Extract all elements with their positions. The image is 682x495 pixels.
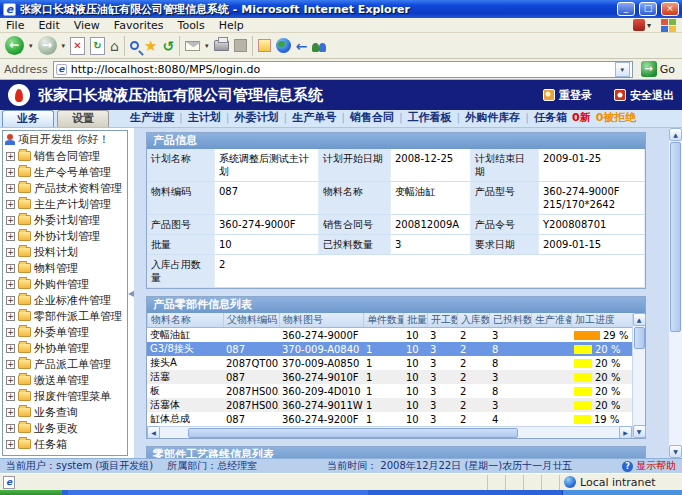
scroll-down-icon[interactable]: ▼ [669, 445, 682, 458]
address-input[interactable]: e http://localhost:8080/MPS/login.do ▾ [53, 61, 633, 78]
home-button[interactable]: ⌂ [110, 37, 119, 55]
expand-plus-icon[interactable]: + [6, 440, 15, 449]
expand-plus-icon[interactable]: + [6, 376, 15, 385]
mail-dropdown-icon[interactable]: ▾ [205, 42, 209, 50]
parts-row[interactable]: 板 2087HS002 360-209-4D010 1 10 3 2 8 [147, 384, 632, 398]
expand-plus-icon[interactable]: + [6, 168, 15, 177]
contacts-icon[interactable] [312, 40, 326, 52]
expand-plus-icon[interactable]: + [6, 248, 15, 257]
expand-plus-icon[interactable]: + [6, 360, 15, 369]
expand-plus-icon[interactable]: + [6, 296, 15, 305]
sidebar-tree-item[interactable]: + 销售合同管理 [3, 148, 127, 164]
scroll-down-icon[interactable]: ▼ [633, 425, 646, 438]
expand-plus-icon[interactable]: + [6, 424, 15, 433]
column-header[interactable]: 已投料数 [489, 313, 531, 327]
nav-item[interactable]: 外购件库存 [465, 110, 534, 125]
nav-item[interactable]: 销售合同 [350, 110, 408, 125]
parts-vertical-scrollbar[interactable]: ▲ ▼ [632, 313, 645, 438]
forward-dropdown-icon[interactable]: ▾ [62, 42, 66, 50]
search-icon[interactable] [130, 41, 139, 50]
parts-row[interactable]: 变幅油缸 360-274-9000F 10 3 2 3 [147, 328, 632, 342]
tab-settings[interactable]: 设置 [57, 110, 109, 127]
back-dropdown-icon[interactable]: ▾ [29, 42, 33, 50]
expand-plus-icon[interactable]: + [6, 184, 15, 193]
sidebar-tree-item[interactable]: + 业务查询 [3, 404, 127, 420]
history-icon[interactable]: ↺ [162, 37, 174, 55]
sidebar-tree-item[interactable]: + 外协计划管理 [3, 228, 127, 244]
messenger-globe-icon[interactable] [276, 38, 291, 53]
column-header[interactable]: 单件数量 [363, 313, 403, 327]
go-button[interactable]: → Go [638, 61, 678, 77]
scroll-thumb[interactable] [634, 327, 645, 349]
back-button[interactable]: ← [5, 36, 24, 55]
column-header[interactable]: 入库数 [457, 313, 489, 327]
menu-item[interactable]: File [6, 19, 24, 32]
minimize-button[interactable]: _ [617, 2, 635, 16]
task-button[interactable] [68, 490, 368, 495]
column-header[interactable]: 生产准备 [531, 313, 571, 327]
column-header[interactable]: 批量 [403, 313, 427, 327]
parts-row[interactable]: 活塞 087 360-274-9010F 1 10 3 2 3 [147, 370, 632, 384]
edit-icon[interactable] [234, 39, 247, 52]
scroll-thumb[interactable] [670, 142, 681, 332]
expand-plus-icon[interactable]: + [6, 392, 15, 401]
expand-plus-icon[interactable]: + [6, 344, 15, 353]
sidebar-tree-item[interactable]: + 生产令号单管理 [3, 164, 127, 180]
nav-item[interactable]: 主计划 [188, 110, 235, 125]
favorites-icon[interactable]: ★ [144, 37, 157, 55]
close-button[interactable]: × [661, 2, 679, 16]
discuss-icon[interactable] [258, 39, 271, 52]
mail-icon[interactable] [185, 41, 200, 51]
scroll-up-icon[interactable]: ▲ [633, 313, 646, 326]
column-header[interactable]: 物料名称 [147, 313, 223, 327]
expand-plus-icon[interactable]: + [6, 280, 15, 289]
nav-item[interactable]: 生产进度 [130, 110, 188, 125]
taskbox-nav-item[interactable]: 任务箱 0新 0被拒绝 [534, 110, 636, 127]
print-icon[interactable] [214, 40, 229, 51]
sidebar-tree-item[interactable]: + 企业标准件管理 [3, 292, 127, 308]
logout-button[interactable]: 安全退出 [614, 88, 674, 103]
address-url[interactable]: http://localhost:8080/MPS/login.do [71, 63, 611, 76]
menu-item[interactable]: Tools [178, 19, 205, 32]
start-button[interactable] [0, 490, 62, 495]
sidebar-tree-item[interactable]: + 外委单管理 [3, 324, 127, 340]
expand-plus-icon[interactable]: + [6, 264, 15, 273]
sidebar-tree-item[interactable]: + 业务更改 [3, 420, 127, 436]
research-icon[interactable]: ← [296, 37, 308, 55]
menu-item[interactable]: Edit [38, 19, 59, 32]
sidebar-tree-item[interactable]: + 外购件管理 [3, 276, 127, 292]
column-header[interactable]: 物料图号 [279, 313, 363, 327]
maximize-button[interactable]: □ [639, 2, 657, 16]
page-vertical-scrollbar[interactable]: ▲ ▼ [669, 128, 682, 458]
refresh-button[interactable]: ↻ [90, 37, 105, 55]
menu-item[interactable]: View [74, 19, 100, 32]
relogin-button[interactable]: 重登录 [543, 88, 592, 103]
scroll-thumb[interactable] [188, 428, 518, 438]
sidebar-tree-item[interactable]: + 缴送单管理 [3, 372, 127, 388]
parts-row[interactable]: 缸体总成 087 360-274-9200F 1 10 3 2 4 [147, 412, 632, 426]
scroll-up-icon[interactable]: ▲ [669, 128, 682, 141]
expand-plus-icon[interactable]: + [6, 312, 15, 321]
sidebar-tree-item[interactable]: + 产品派工单管理 [3, 356, 127, 372]
expand-plus-icon[interactable]: + [6, 200, 15, 209]
forward-button[interactable]: → [38, 36, 57, 55]
menu-item[interactable]: Favorites [114, 19, 164, 32]
column-header[interactable]: 父物料编码 [223, 313, 279, 327]
column-header[interactable]: 开工数 [427, 313, 457, 327]
sidebar-tree-item[interactable]: + 产品技术资料管理 [3, 180, 127, 196]
expand-plus-icon[interactable]: + [6, 328, 15, 337]
show-help-button[interactable]: ? 显示帮助 [622, 459, 676, 473]
pdf-toolbar-icon[interactable] [633, 19, 645, 31]
sidebar-tree-item[interactable]: + 外协单管理 [3, 340, 127, 356]
parts-row[interactable]: 接头A 2087QT002 370-009-A0850 1 10 3 2 8 [147, 356, 632, 370]
sidebar-tree-item[interactable]: + 主生产计划管理 [3, 196, 127, 212]
parts-horizontal-scrollbar[interactable]: ◀ ▶ [147, 426, 632, 438]
scroll-left-icon[interactable]: ◀ [147, 426, 160, 438]
sidebar-tree-item[interactable]: + 外委计划管理 [3, 212, 127, 228]
address-dropdown-icon[interactable]: ▾ [615, 62, 630, 77]
parts-row[interactable]: G3/8接头 087 370-009-A0840 1 10 3 2 8 [147, 342, 632, 356]
expand-plus-icon[interactable]: + [6, 216, 15, 225]
windows-taskbar[interactable] [0, 490, 682, 495]
nav-item[interactable]: 生产单号 [292, 110, 350, 125]
chevron-down-icon[interactable]: ▾ [647, 21, 651, 30]
